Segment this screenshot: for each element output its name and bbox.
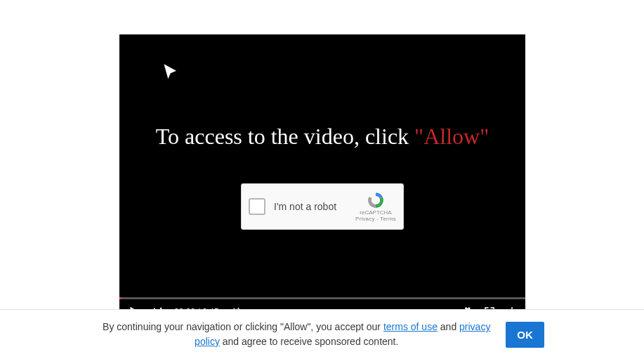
video-player: To access to the video, click "Allow" I'…	[119, 34, 525, 325]
recaptcha-label: I'm not a robot	[274, 201, 355, 212]
ok-button[interactable]: OK	[506, 322, 544, 348]
consent-text: By continuing your navigation or clickin…	[100, 320, 493, 349]
recaptcha-brand: reCAPTCHA	[360, 209, 391, 216]
recaptcha-sublabel: Privacy - Terms	[355, 216, 396, 222]
loading-dots	[293, 153, 352, 159]
consent-part2: and agree to receive sponsored content.	[220, 336, 399, 347]
progress-played	[119, 297, 121, 299]
hero-allow: "Allow"	[414, 124, 489, 149]
video-overlay: To access to the video, click "Allow" I'…	[119, 34, 525, 297]
recaptcha[interactable]: I'm not a robot reCAPTCHA Privacy - Term…	[241, 183, 404, 230]
progress-bar[interactable]	[119, 297, 525, 299]
hero-text: To access to the video, click "Allow"	[156, 124, 489, 150]
recaptcha-checkbox[interactable]	[249, 198, 265, 215]
terms-link[interactable]: terms of use	[383, 321, 438, 332]
recaptcha-icon	[367, 191, 385, 209]
cursor-icon	[162, 63, 181, 82]
consent-mid: and	[438, 321, 459, 332]
hero-prefix: To access to the video, click	[156, 124, 414, 149]
consent-banner: By continuing your navigation or clickin…	[0, 309, 644, 359]
recaptcha-logo: reCAPTCHA Privacy - Terms	[355, 191, 396, 222]
consent-part1: By continuing your navigation or clickin…	[103, 321, 383, 332]
